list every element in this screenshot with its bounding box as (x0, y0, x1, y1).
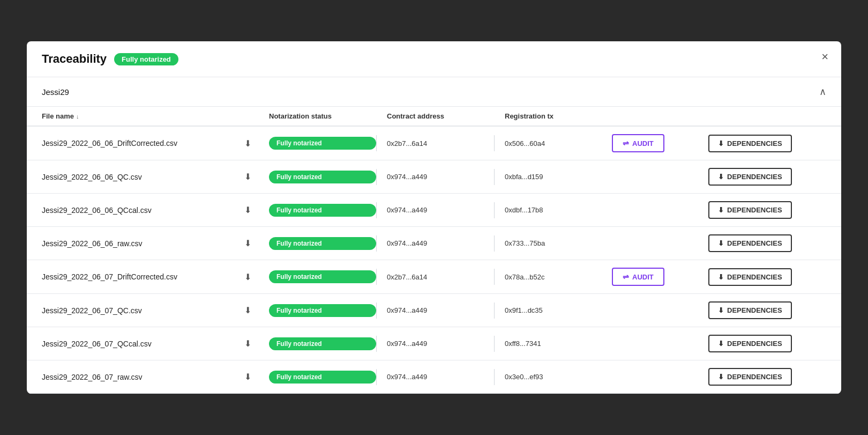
modal-header: Traceability Fully notarized × (27, 41, 841, 77)
traceability-modal: Traceability Fully notarized × Jessi29 ∧… (27, 41, 841, 394)
registration-tx: 0x506...60a4 (505, 139, 612, 148)
contract-address: 0x2b7...6a14 (387, 273, 494, 281)
status-badge: Fully notarized (269, 270, 376, 283)
modal-title: Traceability (42, 52, 107, 66)
divider-2 (494, 369, 495, 385)
dependencies-group: ⬇ DEPENDENCIES (708, 201, 826, 219)
contract-address: 0x974...a449 (387, 206, 494, 214)
sort-icon: ↓ (76, 113, 79, 120)
audit-button[interactable]: ⇌ AUDIT (612, 134, 664, 152)
modal-overlay: Traceability Fully notarized × Jessi29 ∧… (0, 0, 868, 435)
divider-2 (494, 336, 495, 352)
divider-1 (376, 135, 377, 151)
file-name: Jessi29_2022_06_06_DriftCorrected.csv (42, 139, 226, 148)
file-name: Jessi29_2022_06_07_QCcal.csv (42, 340, 226, 348)
dependencies-button[interactable]: ⬇ DEPENDENCIES (708, 368, 792, 386)
audit-icon: ⇌ (623, 139, 629, 148)
col-header-deps (708, 112, 826, 120)
divider-2 (494, 235, 495, 252)
col-header-filename[interactable]: File name ↓ (42, 112, 226, 120)
registration-tx: 0x3e0...ef93 (505, 373, 612, 381)
chevron-up-icon: ∧ (819, 86, 826, 98)
table-row: Jessi29_2022_06_07_QC.csv ⬇ Fully notari… (27, 294, 841, 327)
dependencies-button[interactable]: ⬇ DEPENDENCIES (708, 135, 792, 152)
table-body: Jessi29_2022_06_06_DriftCorrected.csv ⬇ … (27, 127, 841, 394)
col-header-status: Notarization status (269, 112, 376, 120)
divider-2 (494, 202, 495, 218)
registration-tx: 0x78a...b52c (505, 273, 612, 281)
modal-body: Jessi29 ∧ File name ↓ Notarization statu… (27, 77, 841, 394)
table-row: Jessi29_2022_06_06_raw.csv ⬇ Fully notar… (27, 227, 841, 260)
divider-1 (376, 269, 377, 285)
section-name: Jessi29 (42, 87, 69, 97)
dependencies-button[interactable]: ⬇ DEPENDENCIES (708, 301, 792, 319)
status-badge: Fully notarized (269, 137, 376, 150)
status-badge: Fully notarized (269, 371, 376, 384)
divider-1 (376, 235, 377, 252)
dependencies-group: ⬇ DEPENDENCIES (708, 168, 826, 186)
download-icon[interactable]: ⬇ (226, 172, 269, 182)
contract-address: 0x974...a449 (387, 340, 494, 348)
download-deps-icon: ⬇ (718, 306, 724, 314)
col-header-download (226, 112, 269, 120)
file-name: Jessi29_2022_06_07_DriftCorrected.csv (42, 272, 226, 281)
download-icon[interactable]: ⬇ (226, 238, 269, 248)
divider-2 (494, 135, 495, 151)
divider-1 (376, 369, 377, 385)
registration-tx: 0xbfa...d159 (505, 173, 612, 181)
dependencies-button[interactable]: ⬇ DEPENDENCIES (708, 335, 792, 352)
download-icon[interactable]: ⬇ (226, 338, 269, 349)
file-name: Jessi29_2022_06_06_QC.csv (42, 173, 226, 181)
download-deps-icon: ⬇ (718, 239, 724, 247)
file-name: Jessi29_2022_06_06_raw.csv (42, 239, 226, 248)
download-deps-icon: ⬇ (718, 273, 724, 281)
file-name: Jessi29_2022_06_07_QC.csv (42, 306, 226, 315)
table-row: Jessi29_2022_06_06_QCcal.csv ⬇ Fully not… (27, 194, 841, 227)
audit-group: ⇌ AUDIT (612, 134, 708, 152)
table-header: File name ↓ Notarization status Contract… (27, 107, 841, 127)
download-icon[interactable]: ⬇ (226, 305, 269, 315)
download-icon[interactable]: ⬇ (226, 372, 269, 382)
download-icon[interactable]: ⬇ (226, 138, 269, 149)
col-header-contract: Contract address (387, 112, 494, 120)
contract-address: 0x974...a449 (387, 373, 494, 381)
download-deps-icon: ⬇ (718, 173, 724, 181)
table-row: Jessi29_2022_06_07_DriftCorrected.csv ⬇ … (27, 260, 841, 294)
download-icon[interactable]: ⬇ (226, 272, 269, 282)
download-deps-icon: ⬇ (718, 206, 724, 214)
section-header[interactable]: Jessi29 ∧ (27, 77, 841, 107)
close-button[interactable]: × (821, 51, 828, 63)
audit-group: ⇌ AUDIT (612, 268, 708, 286)
col-header-registration: Registration tx (505, 112, 612, 120)
contract-address: 0x2b7...6a14 (387, 139, 494, 148)
contract-address: 0x974...a449 (387, 173, 494, 181)
file-name: Jessi29_2022_06_06_QCcal.csv (42, 206, 226, 215)
dependencies-group: ⬇ DEPENDENCIES (708, 135, 826, 152)
divider-1 (376, 303, 377, 319)
status-badge: Fully notarized (269, 237, 376, 250)
download-icon[interactable]: ⬇ (226, 205, 269, 215)
registration-tx: 0xff8...7341 (505, 340, 612, 348)
status-badge: Fully notarized (269, 304, 376, 317)
table-row: Jessi29_2022_06_06_DriftCorrected.csv ⬇ … (27, 127, 841, 160)
contract-address: 0x974...a449 (387, 306, 494, 314)
download-deps-icon: ⬇ (718, 340, 724, 348)
dependencies-button[interactable]: ⬇ DEPENDENCIES (708, 268, 792, 286)
dependencies-button[interactable]: ⬇ DEPENDENCIES (708, 168, 792, 186)
dependencies-group: ⬇ DEPENDENCIES (708, 268, 826, 286)
dependencies-button[interactable]: ⬇ DEPENDENCIES (708, 201, 792, 219)
dependencies-button[interactable]: ⬇ DEPENDENCIES (708, 234, 792, 252)
dependencies-group: ⬇ DEPENDENCIES (708, 234, 826, 252)
file-name: Jessi29_2022_06_07_raw.csv (42, 373, 226, 381)
col-divider-2 (494, 112, 505, 120)
audit-button[interactable]: ⇌ AUDIT (612, 268, 664, 286)
col-header-audit (612, 112, 708, 120)
dependencies-group: ⬇ DEPENDENCIES (708, 301, 826, 319)
status-badge: Fully notarized (269, 171, 376, 183)
contract-address: 0x974...a449 (387, 239, 494, 247)
divider-1 (376, 336, 377, 352)
dependencies-group: ⬇ DEPENDENCIES (708, 335, 826, 352)
status-badge: Fully notarized (269, 337, 376, 350)
audit-icon: ⇌ (623, 272, 629, 281)
registration-tx: 0xdbf...17b8 (505, 206, 612, 214)
